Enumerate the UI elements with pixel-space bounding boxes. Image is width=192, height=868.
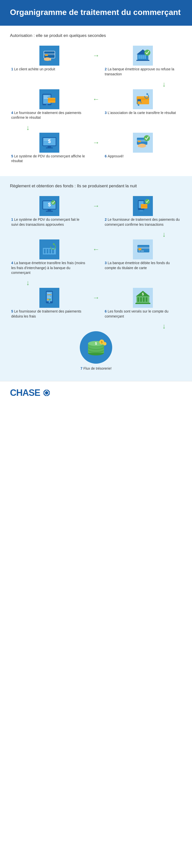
page-footer: CHASE	[0, 381, 192, 404]
s2-step7-icon: $ $	[80, 331, 112, 364]
svg-rect-35	[44, 140, 50, 141]
svg-point-44	[144, 135, 150, 141]
svg-rect-78	[47, 299, 49, 300]
flow-row-2: ←	[10, 89, 182, 109]
svg-rect-23	[44, 98, 48, 99]
step1-icon-cell	[10, 45, 89, 66]
s2-down-arrow-right-1: ↓	[10, 229, 182, 240]
s2-flow-labels-3: 5Le fournisseur de traitement des paieme…	[10, 309, 182, 319]
svg-rect-60	[50, 249, 51, 253]
svg-rect-18	[46, 104, 48, 105]
page-header: Organigramme de traitement du commerçant	[0, 0, 192, 26]
svg-point-73	[49, 301, 50, 303]
settlement-section: Règlement et obtention des fonds : Ils s…	[0, 176, 192, 381]
spacer-2	[10, 371, 182, 376]
s2-step3-icon-cell	[103, 240, 182, 259]
svg-rect-79	[49, 299, 51, 300]
svg-rect-76	[47, 296, 50, 297]
step6-label: 6Approuvé!	[103, 154, 182, 159]
svg-rect-69	[138, 251, 140, 251]
step3-icon-cell	[103, 89, 182, 109]
down-arrow-right-1: ↓	[10, 79, 182, 89]
svg-rect-6	[48, 58, 50, 61]
svg-rect-42	[141, 144, 143, 147]
svg-text:$: $	[142, 292, 144, 296]
svg-rect-70	[141, 251, 144, 251]
svg-rect-7	[50, 58, 51, 61]
svg-text:$: $	[48, 202, 51, 207]
s2-step5-label: 5Le fournisseur de traitement des paieme…	[10, 309, 89, 319]
s2-step7-label: 7Flux de trésorerie!	[81, 366, 112, 371]
s2-flow-labels-1: 1Le système de PDV du commerçant fait le…	[10, 217, 182, 227]
step4-icon	[39, 89, 59, 109]
down-arrow-left-1: ↓	[10, 123, 182, 133]
svg-rect-81	[137, 297, 139, 302]
svg-rect-14	[136, 60, 149, 61]
s2-arrow-5-6: →	[89, 294, 103, 302]
s2-step7-container: $ $ 7Flux de trésorerie!	[10, 331, 182, 371]
svg-text:$: $	[95, 341, 97, 345]
step4-icon-cell	[10, 89, 89, 109]
s2-down-arrow-right-2: ↓	[10, 321, 182, 331]
svg-rect-41	[140, 144, 141, 147]
svg-rect-82	[140, 297, 142, 302]
chase-brand: CHASE	[10, 388, 40, 398]
svg-rect-68	[138, 248, 141, 250]
svg-rect-49	[46, 211, 53, 212]
s2-step6-icon-cell: $	[103, 288, 182, 308]
svg-rect-21	[44, 96, 49, 96]
s2-step3-icon	[133, 240, 153, 259]
svg-rect-53	[139, 211, 143, 211]
svg-rect-12	[145, 55, 146, 59]
authorization-section: Autorisation : elle se produit en quelqu…	[0, 26, 192, 176]
step2-label: 2La banque émettrice approuve ou refuse …	[103, 67, 182, 76]
step3-icon	[133, 89, 153, 109]
s2-step1-label: 1Le système de PDV du commerçant fait le…	[10, 217, 89, 227]
step5-icon: $	[39, 133, 59, 153]
chase-logo-icon	[43, 389, 50, 396]
s2-step4-label: 4La banque émettrice transfère les frais…	[10, 261, 89, 275]
svg-rect-20	[48, 99, 55, 100]
svg-point-15	[145, 50, 150, 56]
step4-label: 4Le fournisseur de traitement des paieme…	[10, 111, 89, 120]
svg-text:$: $	[48, 138, 51, 144]
svg-rect-2	[45, 54, 48, 56]
arrow-5-6: →	[89, 139, 103, 147]
flow-labels-1: 1Le client achète un produit 2La banque …	[10, 67, 182, 76]
svg-marker-62	[42, 243, 56, 248]
s2-step1-icon-cell: $	[10, 196, 89, 216]
svg-rect-58	[44, 249, 45, 253]
svg-rect-63	[42, 254, 57, 256]
svg-rect-33	[46, 147, 53, 148]
svg-rect-5	[46, 58, 47, 61]
svg-text:$: $	[101, 340, 103, 344]
step1-icon	[39, 45, 59, 66]
svg-rect-55	[141, 206, 147, 207]
flow-row-3: $ →	[10, 133, 182, 153]
arrow-3-4: ←	[89, 95, 103, 103]
spacer-1	[10, 166, 182, 171]
s2-arrow-1-2: →	[89, 202, 103, 210]
svg-rect-10	[140, 55, 142, 59]
svg-rect-9	[138, 55, 140, 59]
step3-label: 3L'association de la carte transfère le …	[103, 111, 182, 116]
s2-step4-icon	[39, 240, 59, 259]
svg-rect-34	[44, 139, 51, 139]
section2-title: Règlement et obtention des fonds : Ils s…	[10, 184, 182, 189]
svg-rect-77	[47, 297, 51, 298]
s2-flow-row-3: → $	[10, 288, 182, 308]
s2-step3-label: 3La banque émettrice débite les fonds du…	[103, 261, 182, 270]
step2-icon-cell	[103, 45, 182, 66]
step6-icon	[133, 133, 153, 153]
section1-title: Autorisation : elle se produit en quelqu…	[10, 33, 182, 38]
svg-rect-83	[143, 297, 145, 302]
page-title: Organigramme de traitement du commerçant	[10, 7, 182, 17]
s2-flow-row-2: ←	[10, 240, 182, 259]
flow-labels-2: 4Le fournisseur de traitement des paieme…	[10, 111, 182, 120]
arrow-1-2: →	[89, 52, 103, 60]
step1-label: 1Le client achète un produit	[10, 67, 89, 72]
svg-rect-43	[143, 145, 145, 147]
s2-step1-icon: $	[39, 196, 59, 216]
step2-icon	[133, 45, 153, 66]
svg-rect-74	[47, 293, 51, 293]
